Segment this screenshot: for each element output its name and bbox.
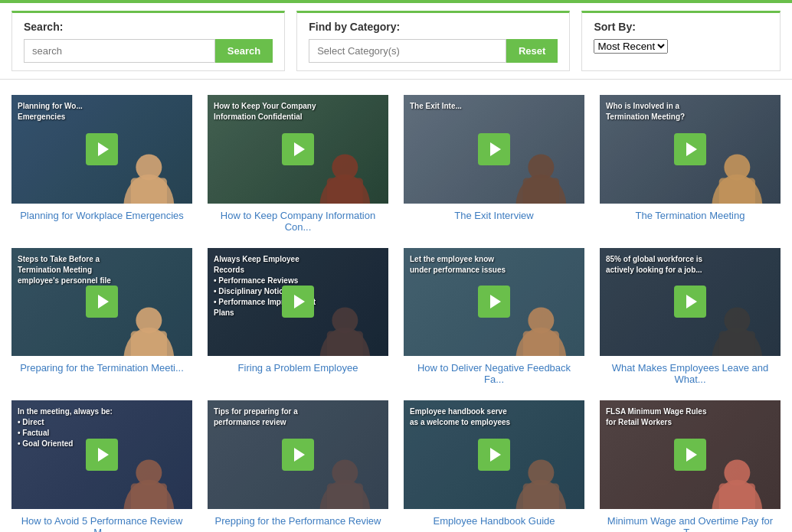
play-button[interactable] — [478, 133, 510, 165]
video-title: Firing a Problem Employee — [208, 362, 388, 374]
thumb-bg: In the meeting, always be: • Direct • Fa… — [11, 400, 192, 509]
sort-select[interactable]: Most Recent Title A-Z Title Z-A — [594, 39, 668, 54]
play-button[interactable] — [674, 133, 706, 165]
video-card[interactable]: Employee handbook serve as a welcome to … — [404, 400, 584, 532]
thumb-bg: Who is Involved in a Termination Meeting… — [600, 95, 781, 204]
video-overlay-text: How to Keep Your Company Information Con… — [214, 101, 319, 122]
svg-rect-15 — [719, 178, 755, 204]
video-title: Planning for Workplace Emergencies — [11, 210, 192, 221]
svg-rect-19 — [131, 331, 167, 356]
svg-point-34 — [136, 460, 162, 486]
svg-rect-7 — [327, 178, 363, 204]
thumb-bg: Steps to Take Before a Termination Meeti… — [11, 248, 192, 357]
video-card[interactable]: Let the employee know under performance … — [404, 248, 584, 386]
play-button[interactable] — [478, 439, 510, 471]
play-button[interactable] — [478, 286, 510, 318]
thumb-bg: 85% of global workforce is actively look… — [600, 248, 781, 357]
search-input[interactable] — [24, 39, 215, 63]
video-overlay-text: Let the employee know under performance … — [410, 254, 515, 276]
thumb-bg: Always Keep Employee Records • Performan… — [208, 248, 388, 357]
svg-point-2 — [136, 154, 162, 180]
video-grid: Planning for Wo... Emergencies Planning … — [0, 80, 792, 532]
video-overlay-text: Tips for preparing for a performance rev… — [214, 406, 319, 428]
video-card[interactable]: The Exit Inte... The Exit Interview — [404, 95, 584, 233]
video-overlay-text: Planning for Wo... Emergencies — [18, 101, 83, 122]
play-button[interactable] — [86, 133, 118, 165]
video-card[interactable]: Who is Involved in a Termination Meeting… — [600, 95, 781, 233]
video-title: Preparing for the Termination Meeti... — [11, 362, 192, 374]
svg-rect-47 — [719, 484, 755, 509]
video-overlay-text: Who is Involved in a Termination Meeting… — [606, 101, 711, 122]
search-button[interactable]: Search — [215, 39, 273, 63]
video-card[interactable]: 85% of global workforce is actively look… — [600, 248, 781, 386]
controls-row: Search: Search Find by Category: Reset S… — [0, 3, 792, 80]
category-input[interactable] — [309, 39, 506, 63]
svg-point-6 — [332, 154, 358, 180]
video-title: Employee Handbook Guide — [404, 515, 584, 527]
video-thumbnail: In the meeting, always be: • Direct • Fa… — [11, 400, 192, 509]
sort-box: Sort By: Most Recent Title A-Z Title Z-A — [581, 11, 781, 71]
video-card[interactable]: Tips for preparing for a performance rev… — [208, 400, 388, 532]
svg-point-14 — [724, 154, 750, 180]
play-button[interactable] — [282, 439, 314, 471]
video-card[interactable]: How to Keep Your Company Information Con… — [208, 95, 388, 233]
search-label: Search: — [24, 21, 273, 33]
play-button[interactable] — [86, 439, 118, 471]
video-card[interactable]: Planning for Wo... Emergencies Planning … — [11, 95, 192, 233]
svg-rect-31 — [719, 331, 755, 356]
video-title: What Makes Employees Leave and What... — [600, 362, 781, 385]
video-overlay-text: Employee handbook serve as a welcome to … — [410, 406, 515, 428]
video-overlay-text: The Exit Inte... — [410, 101, 462, 112]
video-thumbnail: Employee handbook serve as a welcome to … — [404, 400, 584, 509]
svg-rect-43 — [523, 484, 559, 509]
svg-point-26 — [528, 307, 554, 333]
play-button[interactable] — [674, 286, 706, 318]
video-card[interactable]: In the meeting, always be: • Direct • Fa… — [11, 400, 192, 532]
thumb-bg: How to Keep Your Company Information Con… — [208, 95, 388, 204]
category-label: Find by Category: — [309, 21, 558, 33]
video-card[interactable]: FLSA Minimum Wage Rules for Retail Worke… — [600, 400, 781, 532]
video-thumbnail: Always Keep Employee Records • Performan… — [208, 248, 388, 357]
video-thumbnail: Who is Involved in a Termination Meeting… — [600, 95, 781, 204]
svg-rect-35 — [131, 484, 167, 509]
svg-rect-39 — [327, 484, 363, 509]
video-thumbnail: How to Keep Your Company Information Con… — [208, 95, 388, 204]
svg-point-22 — [332, 307, 358, 333]
video-title: Prepping for the Performance Review — [208, 515, 388, 527]
play-button[interactable] — [282, 286, 314, 318]
video-thumbnail: Steps to Take Before a Termination Meeti… — [11, 248, 192, 357]
video-card[interactable]: Always Keep Employee Records • Performan… — [208, 248, 388, 386]
video-title: How to Deliver Negative Feedback Fa... — [404, 362, 584, 385]
video-thumbnail: FLSA Minimum Wage Rules for Retail Worke… — [600, 400, 781, 509]
video-thumbnail: The Exit Inte... — [404, 95, 584, 204]
svg-rect-27 — [523, 331, 559, 356]
video-thumbnail: 85% of global workforce is actively look… — [600, 248, 781, 357]
svg-point-42 — [528, 460, 554, 486]
video-thumbnail: Planning for Wo... Emergencies — [11, 95, 192, 204]
svg-rect-23 — [327, 331, 363, 356]
play-button[interactable] — [674, 439, 706, 471]
video-title: The Exit Interview — [404, 210, 584, 221]
play-button[interactable] — [86, 286, 118, 318]
video-overlay-text: Steps to Take Before a Termination Meeti… — [18, 254, 123, 286]
thumb-bg: Let the employee know under performance … — [404, 248, 584, 357]
video-title: The Termination Meeting — [600, 210, 781, 221]
video-card[interactable]: Steps to Take Before a Termination Meeti… — [11, 248, 192, 386]
svg-rect-11 — [523, 178, 559, 204]
video-overlay-text: 85% of global workforce is actively look… — [606, 254, 711, 276]
svg-point-38 — [332, 460, 358, 486]
video-overlay-text: FLSA Minimum Wage Rules for Retail Worke… — [606, 406, 711, 428]
sort-label: Sort By: — [594, 21, 768, 33]
video-title: How to Avoid 5 Performance Review M... — [11, 515, 192, 532]
svg-rect-3 — [131, 178, 167, 204]
svg-point-46 — [724, 460, 750, 486]
thumb-bg: FLSA Minimum Wage Rules for Retail Worke… — [600, 400, 781, 509]
video-title: Minimum Wage and Overtime Pay for T... — [600, 515, 781, 532]
video-thumbnail: Tips for preparing for a performance rev… — [208, 400, 388, 509]
play-button[interactable] — [282, 133, 314, 165]
svg-point-10 — [528, 154, 554, 180]
reset-button[interactable]: Reset — [506, 39, 558, 63]
svg-point-18 — [136, 307, 162, 333]
thumb-bg: Tips for preparing for a performance rev… — [208, 400, 388, 509]
svg-point-30 — [724, 307, 750, 333]
